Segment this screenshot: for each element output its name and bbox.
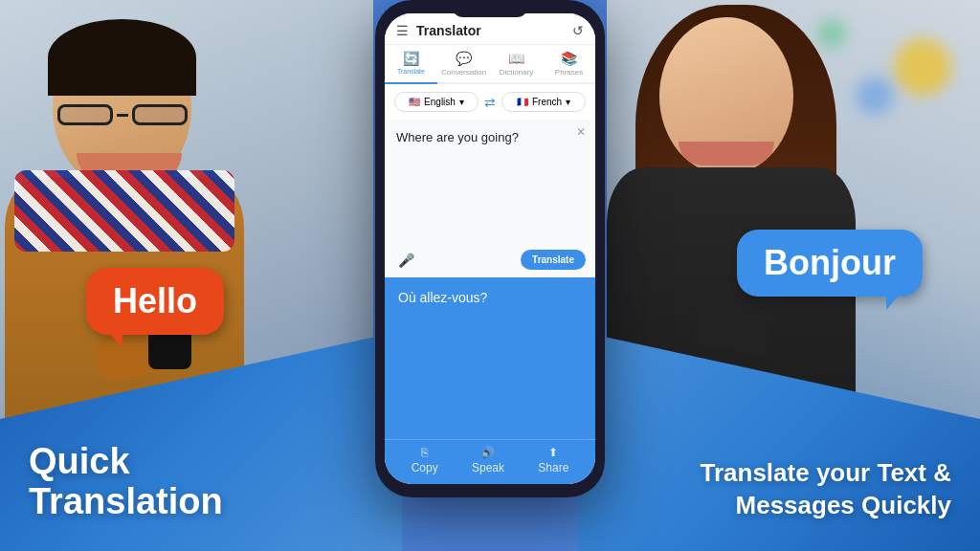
phone-mockup: ☰ Translator ↺ 🔄 Translate 💬 Conversatio…	[375, 0, 605, 497]
phone-screen: ☰ Translator ↺ 🔄 Translate 💬 Conversatio…	[385, 13, 595, 484]
speak-label: Speak	[472, 461, 504, 474]
clear-input-button[interactable]: ✕	[576, 125, 586, 139]
tab-dictionary-label: Dictionary	[500, 68, 534, 77]
hello-text: Hello	[86, 268, 224, 335]
dictionary-tab-icon: 📖	[508, 51, 524, 66]
left-caption-line1: Quick	[29, 442, 223, 482]
target-language-button[interactable]: 🇫🇷 French ▾	[501, 92, 586, 112]
share-icon: ⬆	[548, 446, 558, 459]
speak-action[interactable]: 🔊 Speak	[472, 446, 504, 474]
tab-dictionary[interactable]: 📖 Dictionary	[490, 45, 543, 84]
swap-languages-icon[interactable]: ⇄	[484, 95, 496, 110]
phrases-tab-icon: 📚	[561, 51, 577, 66]
left-caption: Quick Translation	[29, 442, 223, 522]
left-caption-line2: Translation	[29, 482, 223, 522]
app-title: Translator	[416, 23, 572, 38]
right-caption: Translate your Text & Messages Quickly	[701, 457, 952, 522]
bonjour-bubble: Bonjour	[737, 230, 923, 297]
source-language-button[interactable]: 🇺🇸 English ▾	[394, 92, 479, 112]
copy-action[interactable]: ⎘ Copy	[412, 446, 438, 474]
tab-bar: 🔄 Translate 💬 Conversation 📖 Dictionary …	[385, 45, 595, 84]
source-dropdown-icon: ▾	[459, 97, 464, 107]
target-dropdown-icon: ▾	[566, 97, 570, 107]
source-flag: 🇺🇸	[409, 97, 420, 107]
share-action[interactable]: ⬆ Share	[538, 446, 568, 474]
phone-notch	[452, 0, 528, 17]
copy-label: Copy	[412, 461, 438, 474]
hello-bubble: Hello	[86, 268, 224, 335]
right-caption-line2: Messages Quickly	[701, 490, 952, 522]
input-area: Where are you going? ✕ 🎤 Translate	[385, 120, 595, 277]
action-bar: ⎘ Copy 🔊 Speak ⬆ Share	[385, 439, 595, 484]
menu-icon[interactable]: ☰	[396, 23, 409, 38]
translate-button[interactable]: Translate	[521, 250, 586, 270]
speak-icon: 🔊	[480, 446, 495, 459]
right-caption-line1: Translate your Text &	[701, 457, 952, 490]
tab-phrases-label: Phrases	[555, 68, 583, 77]
tab-conversation[interactable]: 💬 Conversation	[437, 45, 490, 84]
output-text: Où allez-vous?	[398, 289, 582, 308]
input-text[interactable]: Where are you going?	[396, 129, 584, 146]
translate-tab-icon: 🔄	[403, 51, 419, 66]
app-header: ☰ Translator ↺	[385, 13, 595, 45]
microphone-icon[interactable]: 🎤	[398, 253, 414, 268]
copy-icon: ⎘	[421, 446, 428, 459]
history-icon[interactable]: ↺	[572, 23, 584, 38]
tab-phrases[interactable]: 📚 Phrases	[543, 45, 595, 84]
share-label: Share	[538, 461, 568, 474]
tab-translate-label: Translate	[397, 68, 425, 75]
target-flag: 🇫🇷	[517, 97, 528, 107]
bonjour-text: Bonjour	[737, 230, 923, 297]
source-language-name: English	[424, 97, 456, 107]
conversation-tab-icon: 💬	[456, 51, 472, 66]
language-selector: 🇺🇸 English ▾ ⇄ 🇫🇷 French ▾	[385, 84, 595, 120]
target-language-name: French	[532, 97, 562, 107]
output-area: Où allez-vous?	[385, 277, 595, 439]
tab-conversation-label: Conversation	[441, 68, 486, 77]
tab-translate[interactable]: 🔄 Translate	[385, 45, 437, 84]
